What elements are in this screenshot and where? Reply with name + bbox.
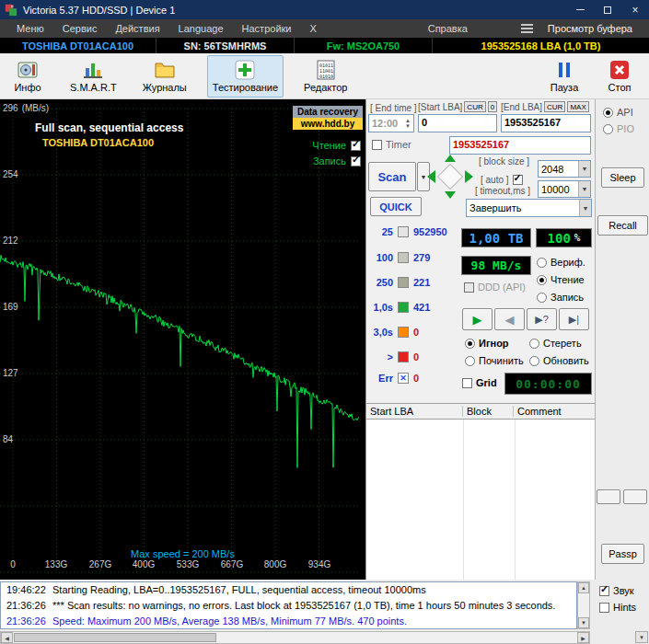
grid-checkbox-row[interactable]: Grid (462, 377, 497, 388)
scrollbar-thumb[interactable] (14, 633, 216, 642)
end-lba-input[interactable]: 1953525167 (501, 114, 591, 132)
ddd-checkbox[interactable] (464, 282, 474, 293)
chevron-down-icon: ▼ (579, 200, 591, 216)
spinner-arrows-icon[interactable]: ▲▼ (405, 118, 411, 129)
sleep-button[interactable]: Sleep (601, 167, 644, 188)
timer-label: Timer (386, 139, 411, 150)
auto-checkbox[interactable] (513, 175, 523, 185)
log-vertical-scrollbar[interactable]: ▲ ▼ (577, 581, 590, 629)
menu-actions[interactable]: Действия (106, 23, 168, 34)
pio-radio-row[interactable]: PIO (603, 123, 634, 134)
scroll-down-icon[interactable]: ▼ (578, 617, 589, 628)
test-control-panel: [ End time ] [Start LBA] CUR 0 [End LBA]… (365, 99, 595, 580)
side-panel: API PIO Sleep Recall Passp (595, 99, 649, 580)
sound-checkbox[interactable] (599, 586, 609, 596)
refresh-radio[interactable] (529, 356, 539, 366)
pause-button[interactable]: Пауза (542, 55, 586, 98)
menu-settings[interactable]: Настройки (233, 23, 301, 34)
menu-x[interactable]: X (301, 23, 326, 34)
api-radio[interactable] (603, 108, 613, 118)
finish-action-combo[interactable]: Завершить▼ (466, 199, 592, 217)
passport-button[interactable]: Passp (601, 544, 644, 564)
fix-radio[interactable] (465, 356, 475, 366)
start-lba-cur-button[interactable]: CUR (464, 101, 485, 112)
mode-read-radio-row[interactable]: Чтение (537, 274, 585, 285)
smart-button[interactable]: S.M.A.R.T (64, 55, 122, 98)
ignore-radio[interactable] (465, 339, 475, 349)
journals-button[interactable]: Журналы (137, 55, 192, 98)
mode-write-radio-row[interactable]: Запись (537, 292, 584, 303)
jog-diamond (437, 164, 463, 190)
close-button[interactable]: × (621, 0, 649, 19)
mode-verify-radio-row[interactable]: Вериф. (537, 257, 585, 268)
timer-checkbox[interactable] (372, 140, 382, 150)
info-button[interactable]: Инфо (6, 55, 50, 98)
action-fix-radio-row[interactable]: Починить (465, 355, 524, 366)
hamburger-icon[interactable] (521, 28, 533, 29)
y-axis-top-label: 296(MB/s) (3, 103, 49, 113)
x-axis-label: 400G (127, 559, 160, 569)
mini-right-button[interactable] (623, 489, 647, 504)
pio-radio[interactable] (603, 124, 613, 134)
hints-checkbox-row[interactable]: Hints (599, 602, 636, 613)
action-refresh-radio-row[interactable]: Обновить (529, 355, 589, 366)
timeout-combo[interactable]: 10000▼ (538, 180, 591, 198)
mini-left-button[interactable] (597, 489, 620, 504)
ddd-label: DDD (API) (478, 282, 526, 293)
read-checkbox[interactable] (351, 141, 361, 151)
scroll-left-icon[interactable]: ◀ (1, 632, 13, 643)
ddd-checkbox-row[interactable]: DDD (API) (464, 282, 526, 293)
block-size-combo[interactable]: 2048▼ (538, 160, 591, 178)
recall-button[interactable]: Recall (597, 215, 648, 236)
read-mode-radio[interactable] (537, 275, 547, 285)
scroll-up-icon[interactable]: ▲ (578, 582, 589, 593)
api-radio-row[interactable]: API (603, 107, 633, 118)
jog-up-icon[interactable] (445, 155, 456, 162)
start-test-button[interactable]: ▶ (462, 308, 493, 330)
menu-service[interactable]: Сервис (53, 23, 107, 34)
grid-checkbox[interactable] (462, 378, 472, 388)
sound-checkbox-row[interactable]: Звук (599, 585, 634, 596)
timer-checkbox-row[interactable]: Timer (372, 139, 411, 150)
scroll-right-icon[interactable]: ▶ (577, 632, 589, 643)
testing-button[interactable]: Тестирование (207, 55, 284, 98)
end-lba-cur-button[interactable]: CUR (544, 101, 565, 112)
start-lba-input[interactable]: 0 (418, 114, 497, 132)
write-checkbox-row[interactable]: Запись (313, 155, 361, 167)
jog-left-icon[interactable] (427, 170, 435, 183)
auto-checkbox-row[interactable]: [ auto ] (481, 175, 523, 185)
corner-scroll-down-icon[interactable]: ▼ (635, 631, 648, 643)
menu-help[interactable]: Справка (419, 23, 477, 34)
seek-end-icon: ▶| (569, 314, 579, 326)
step-back-button[interactable]: ◀ (494, 308, 525, 330)
maximize-button[interactable] (594, 0, 621, 19)
quick-button[interactable]: QUICK (370, 197, 422, 216)
editor-button[interactable]: 01011 11001 01010 Редактор (298, 55, 353, 98)
menu-buffer-view[interactable]: Просмотр буфера (539, 23, 642, 34)
seek-error-button[interactable]: ▶? (527, 308, 557, 330)
action-erase-radio-row[interactable]: Стереть (529, 338, 582, 349)
start-lba-zero-button[interactable]: 0 (488, 101, 497, 112)
menu-language[interactable]: Language (169, 23, 233, 34)
y-axis-label: 84 (3, 434, 13, 444)
write-mode-radio[interactable] (537, 293, 547, 303)
scan-button[interactable]: Scan (368, 162, 416, 191)
log-horizontal-scrollbar[interactable]: ◀ ▶ (0, 631, 590, 644)
end-time-spinner[interactable]: 12:00 ▲▼ (368, 114, 414, 132)
read-checkbox-row[interactable]: Чтение (312, 140, 361, 151)
minimize-button[interactable] (566, 0, 594, 19)
jog-pad[interactable] (425, 155, 475, 199)
stop-button[interactable]: Стоп (597, 55, 642, 98)
device-firmware: Fw: MS2OA750 (295, 38, 433, 53)
jog-right-icon[interactable] (465, 170, 473, 183)
verify-radio[interactable] (537, 258, 547, 268)
seek-end-button[interactable]: ▶| (559, 308, 589, 330)
jog-down-icon[interactable] (445, 191, 456, 199)
end-lba-max-button[interactable]: MAX (567, 101, 588, 112)
menu-main[interactable]: Меню (7, 23, 53, 34)
erase-radio[interactable] (529, 339, 539, 349)
sound-label: Звук (613, 585, 634, 596)
hints-checkbox[interactable] (599, 603, 609, 613)
action-ignore-radio-row[interactable]: Игнор (465, 338, 509, 349)
write-checkbox[interactable] (351, 156, 361, 167)
